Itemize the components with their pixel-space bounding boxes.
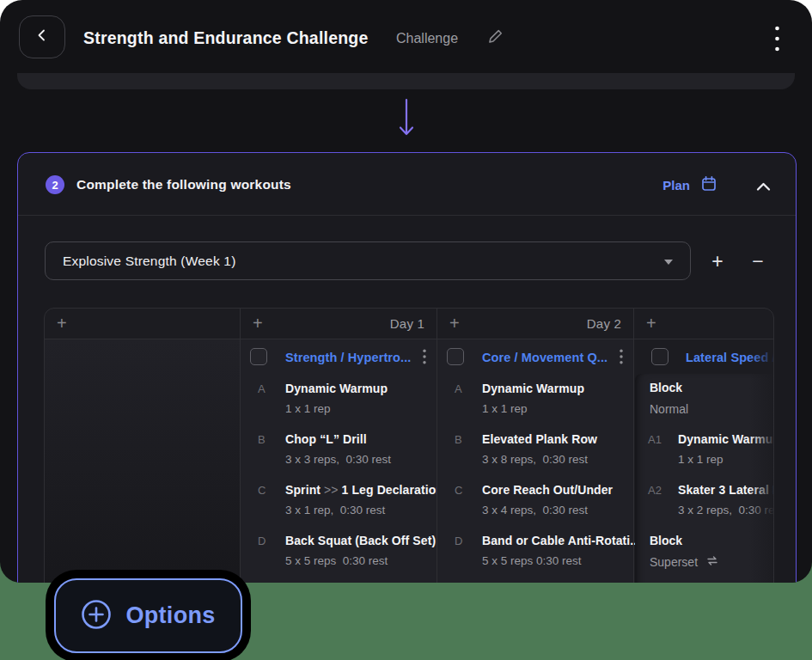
add-workout-day2-button[interactable]: + <box>449 314 460 333</box>
workout-card-day2: Core / Movement Q... A Dynamic Warmup 1 … <box>437 339 633 583</box>
options-button-label: Options <box>125 602 215 629</box>
add-workout-day1-button[interactable]: + <box>253 314 263 333</box>
add-week-button[interactable]: + <box>705 248 730 274</box>
planner-column-day1: + Day 1 Strength / Hypertro... A Dynamic… <box>240 309 437 583</box>
week-select-dropdown[interactable]: Explosive Strength (Week 1) <box>45 241 691 280</box>
planner-column-empty: + <box>45 309 240 583</box>
empty-cell <box>45 339 240 583</box>
exercise-row[interactable]: A Dynamic Warmup 1 x 1 rep <box>437 382 633 423</box>
block-label: Block <box>650 534 682 547</box>
step-title: Complete the following workouts <box>76 177 291 192</box>
block-label: Block <box>650 381 682 394</box>
workout-title-day1[interactable]: Strength / Hypertro... <box>285 351 411 364</box>
workout-title-day2[interactable]: Core / Movement Q... <box>482 351 607 364</box>
plus-circle-icon <box>81 599 112 632</box>
planner-column-day2: + Day 2 Core / Movement Q... A Dynamic W… <box>437 309 633 583</box>
screenshot-frame: Strength and Endurance Challenge Challen… <box>0 0 812 660</box>
block-type: Superset <box>650 555 719 569</box>
exercise-row[interactable]: B Elevated Plank Row 3 x 8 reps, 0:30 re… <box>437 432 633 474</box>
add-workout-day3-button[interactable]: + <box>646 314 656 333</box>
exercise-row[interactable]: B Chop “L” Drill 3 x 3 reps, 0:30 rest <box>241 432 437 474</box>
back-button[interactable] <box>19 15 65 58</box>
step-number-badge: 2 <box>46 175 64 194</box>
remove-week-button[interactable]: − <box>745 248 771 274</box>
day1-header-label: Day 1 <box>390 316 424 331</box>
block-type: Normal <box>650 402 688 416</box>
day2-header-label: Day 2 <box>587 316 621 331</box>
card-header-divider <box>18 215 796 216</box>
step-card: 2 Complete the following workouts Plan <box>17 152 797 583</box>
week-select-value: Explosive Strength (Week 1) <box>63 254 236 269</box>
board-right-fade <box>749 339 773 583</box>
challenge-type-label: Challenge <box>396 31 458 46</box>
arrow-down-icon <box>397 98 416 143</box>
exercise-row[interactable]: A Dynamic Warmup 1 x 1 rep <box>241 382 437 423</box>
add-cell-button[interactable]: + <box>57 314 67 333</box>
exercise-row[interactable]: C Sprint >> 1 Leg Declarations 3 x 1 rep… <box>241 483 437 524</box>
exercise-row[interactable]: D Band or Cable Anti-Rotati... 5 x 5 rep… <box>437 534 633 575</box>
chevron-left-icon <box>36 28 48 46</box>
workout-checkbox[interactable] <box>447 348 464 365</box>
workout-card-day1: Strength / Hypertro... A Dynamic Warmup … <box>241 339 437 583</box>
step-card-header: 2 Complete the following workouts Plan <box>18 153 796 215</box>
workout-planner-board: + + Day 1 Strength / Hypertro... <box>44 308 774 583</box>
superset-link-separator: >> <box>324 483 339 497</box>
board-header-divider <box>45 339 773 339</box>
plan-button[interactable]: Plan <box>662 175 717 195</box>
calendar-icon <box>701 175 717 195</box>
exercise-row[interactable]: C Core Reach Out/Under 3 x 4 reps, 0:30 … <box>437 483 633 524</box>
exercise-row[interactable]: D Back Squat (Back Off Set) 5 x 5 reps 0… <box>241 534 437 575</box>
dropdown-caret-icon <box>664 260 673 265</box>
workout-kebab-icon[interactable] <box>423 349 426 368</box>
options-button[interactable]: Options <box>54 578 242 653</box>
app-window: Strength and Endurance Challenge Challen… <box>0 0 812 583</box>
edit-pencil-icon[interactable] <box>487 28 504 48</box>
menu-kebab-icon[interactable] <box>768 22 785 55</box>
superset-repeat-icon <box>705 555 719 569</box>
workout-kebab-icon[interactable] <box>620 349 623 368</box>
plan-label: Plan <box>662 178 690 192</box>
collapse-chevron-up-icon[interactable] <box>756 180 771 195</box>
page-title: Strength and Endurance Challenge <box>83 28 368 48</box>
workout-checkbox[interactable] <box>250 348 267 365</box>
workout-checkbox[interactable] <box>651 348 669 365</box>
previous-step-card-edge <box>17 73 795 89</box>
